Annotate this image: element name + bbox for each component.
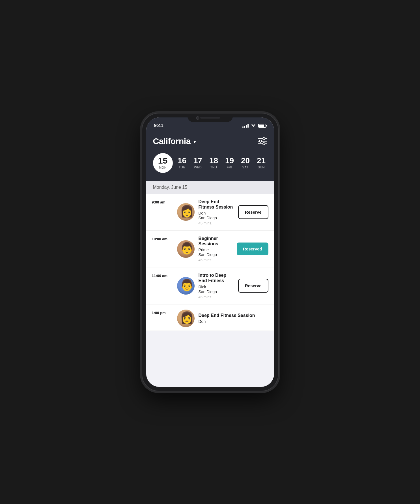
sessions-list: 9:00 am Deep End Fitness Session Don San… bbox=[146, 194, 274, 331]
instructor-avatar bbox=[177, 310, 195, 327]
battery-icon bbox=[258, 124, 266, 128]
session-item: 11:00 am Intro to Deep End Fitness Rick … bbox=[146, 267, 274, 304]
session-time: 10:00 am bbox=[152, 236, 173, 241]
svg-point-1 bbox=[263, 138, 265, 140]
session-item: 9:00 am Deep End Fitness Session Don San… bbox=[146, 194, 274, 231]
session-location: San Diego bbox=[199, 252, 233, 257]
session-instructor: Prime bbox=[199, 248, 233, 252]
session-time: 9:00 am bbox=[152, 199, 173, 204]
wifi-icon bbox=[251, 123, 256, 128]
session-title: Deep End Fitness Session bbox=[199, 199, 234, 210]
reserved-button[interactable]: Reserved bbox=[237, 243, 268, 255]
status-time: 9:41 bbox=[154, 123, 163, 128]
session-duration: 45 mins. bbox=[199, 295, 234, 299]
calendar-day-18[interactable]: 18 THU bbox=[207, 157, 220, 169]
session-duration: 45 mins. bbox=[199, 221, 234, 225]
phone-screen: 9:41 bbox=[146, 117, 274, 387]
chevron-down-icon: ▾ bbox=[193, 139, 196, 145]
filter-button[interactable] bbox=[257, 136, 267, 146]
calendar-day-17[interactable]: 17 WED bbox=[191, 157, 204, 169]
app-header: California ▾ bbox=[146, 132, 274, 181]
session-instructor: Don bbox=[199, 319, 268, 324]
instructor-avatar bbox=[177, 240, 195, 258]
calendar-day-20[interactable]: 20 SAT bbox=[239, 157, 252, 169]
day-number: 20 bbox=[241, 157, 250, 165]
reserve-button[interactable]: Reserve bbox=[238, 205, 268, 219]
day-number: 17 bbox=[193, 157, 202, 165]
day-label: SUN bbox=[258, 166, 265, 169]
date-header-text: Monday, June 15 bbox=[153, 185, 188, 190]
day-number: 19 bbox=[225, 157, 234, 165]
day-number: 21 bbox=[257, 157, 266, 165]
location-title: California bbox=[153, 136, 191, 146]
reserve-button[interactable]: Reserve bbox=[238, 279, 268, 293]
session-item: 1:00 pm Deep End Fitness Session Don bbox=[146, 304, 274, 331]
session-title: Deep End Fitness Session bbox=[199, 313, 268, 318]
front-camera bbox=[196, 116, 199, 120]
calendar-day-21[interactable]: 21 SUN bbox=[255, 157, 268, 169]
status-icons bbox=[242, 123, 266, 128]
day-number: 16 bbox=[178, 157, 186, 165]
calendar-day-15[interactable]: 15 MON bbox=[153, 153, 173, 173]
session-info: Intro to Deep End Fitness Rick San Diego… bbox=[199, 273, 234, 299]
phone-frame: 9:41 bbox=[142, 113, 278, 391]
session-instructor: Rick bbox=[199, 285, 234, 289]
day-label: WED bbox=[194, 166, 202, 169]
session-info: Deep End Fitness Session Don San Diego 4… bbox=[199, 199, 234, 225]
session-time: 1:00 pm bbox=[152, 310, 173, 315]
signal-icon bbox=[242, 124, 249, 128]
session-info: Deep End Fitness Session Don bbox=[199, 313, 268, 324]
svg-point-5 bbox=[263, 143, 265, 145]
calendar-day-19[interactable]: 19 FRI bbox=[223, 157, 236, 169]
speaker bbox=[200, 117, 220, 119]
phone-wrapper: 9:41 bbox=[137, 105, 284, 399]
day-number: 15 bbox=[158, 156, 167, 165]
day-label: FRI bbox=[227, 166, 232, 169]
date-header: Monday, June 15 bbox=[146, 181, 274, 194]
calendar-strip: 15 MON 16 TUE 17 WED 18 THU bbox=[153, 153, 267, 173]
session-location: San Diego bbox=[199, 216, 234, 220]
calendar-day-16[interactable]: 16 TUE bbox=[176, 157, 189, 169]
session-title: Beginner Sessions bbox=[199, 236, 233, 246]
svg-point-3 bbox=[259, 140, 262, 142]
session-title: Intro to Deep End Fitness bbox=[199, 273, 234, 283]
day-label: THU bbox=[210, 166, 217, 169]
session-location: San Diego bbox=[199, 289, 234, 294]
location-selector[interactable]: California ▾ bbox=[153, 136, 196, 146]
session-item: 10:00 am Beginner Sessions Prime San Die… bbox=[146, 231, 274, 267]
day-label: TUE bbox=[179, 166, 186, 169]
day-label: SAT bbox=[242, 166, 248, 169]
session-instructor: Don bbox=[199, 211, 234, 215]
session-duration: 45 mins. bbox=[199, 258, 233, 262]
day-number: 18 bbox=[209, 157, 218, 165]
notch bbox=[188, 113, 233, 122]
instructor-avatar bbox=[177, 277, 195, 295]
day-label: MON bbox=[159, 166, 167, 169]
session-time: 11:00 am bbox=[152, 273, 173, 278]
session-info: Beginner Sessions Prime San Diego 45 min… bbox=[199, 236, 233, 262]
instructor-avatar bbox=[177, 203, 195, 221]
header-top: California ▾ bbox=[153, 136, 267, 146]
